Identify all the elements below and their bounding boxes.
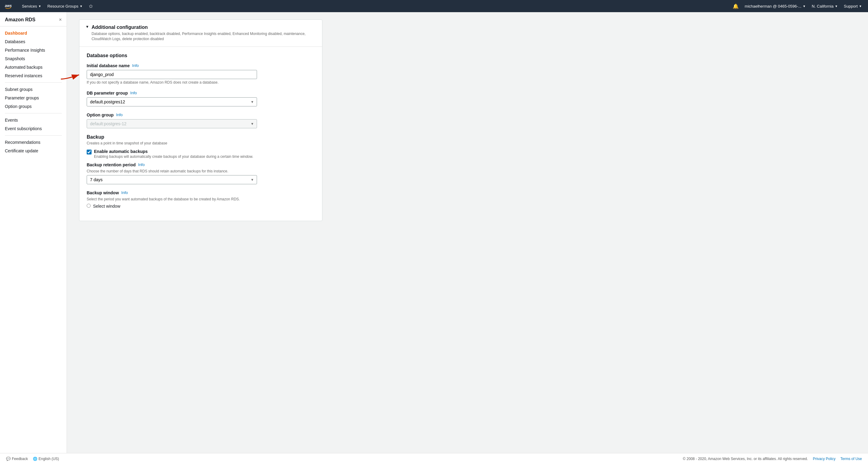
db-options-title: Database options — [87, 53, 315, 58]
region-label: N. California — [812, 4, 834, 8]
resource-groups-label: Resource Groups — [48, 4, 79, 8]
backup-retention-group: Backup retention period Info Choose the … — [87, 162, 315, 184]
main-content: ▼ Additional configuration Database opti… — [67, 12, 868, 453]
sidebar-item-certificate-update[interactable]: Certificate update — [0, 147, 67, 155]
db-parameter-group-label: DB parameter group Info — [87, 91, 315, 95]
select-window-group: Select window — [87, 204, 315, 209]
backup-retention-select[interactable]: 7 days — [87, 175, 257, 184]
initial-db-name-input[interactable] — [87, 70, 257, 79]
backup-title: Backup — [87, 134, 315, 140]
backup-retention-hint: Choose the number of days that RDS shoul… — [87, 169, 315, 173]
initial-db-name-hint: If you do not specify a database name, A… — [87, 80, 315, 85]
backup-window-label: Backup window Info — [87, 190, 315, 195]
backup-window-group: Backup window Info Select the period you… — [87, 190, 315, 209]
backup-retention-label: Backup retention period Info — [87, 162, 315, 167]
sidebar-close-button[interactable]: × — [59, 17, 62, 23]
db-parameter-group-wrapper: default.postgres12 ▼ — [87, 97, 257, 106]
option-group-group: Option group Info default:postgres-12 ▼ — [87, 113, 315, 128]
backup-window-info-link[interactable]: Info — [121, 190, 128, 195]
sidebar: Amazon RDS × Dashboard Databases Perform… — [0, 12, 67, 453]
additional-config-subtitle: Database options, backup enabled, backtr… — [92, 31, 316, 42]
aws-logo[interactable]: aws — [4, 2, 16, 10]
account-label: michaelherman @ 0465-0596-... — [745, 4, 802, 8]
initial-db-name-label: Initial database name Info — [87, 63, 315, 68]
sidebar-divider-2 — [5, 113, 62, 114]
db-parameter-group-info-link[interactable]: Info — [130, 91, 137, 95]
additional-config-card: ▼ Additional configuration Database opti… — [79, 20, 322, 221]
sidebar-item-subnet-groups[interactable]: Subnet groups — [0, 85, 67, 94]
enable-auto-backups-checkbox[interactable] — [87, 150, 92, 154]
additional-config-header: ▼ Additional configuration Database opti… — [80, 20, 322, 47]
section-body: Database options — [80, 47, 322, 221]
svg-text:aws: aws — [5, 4, 12, 8]
top-navigation: aws Services ▼ Resource Groups ▼ ✩ 🔔 mic… — [0, 0, 868, 12]
sidebar-item-option-groups[interactable]: Option groups — [0, 102, 67, 111]
sidebar-item-reserved-instances[interactable]: Reserved instances — [0, 71, 67, 80]
backup-window-hint: Select the period you want automated bac… — [87, 197, 315, 201]
sidebar-item-recommendations[interactable]: Recommendations — [0, 138, 67, 147]
option-group-info-link[interactable]: Info — [116, 113, 123, 117]
backup-description: Creates a point in time snapshot of your… — [87, 141, 315, 145]
sidebar-item-dashboard[interactable]: Dashboard — [0, 29, 67, 37]
sidebar-item-automated-backups[interactable]: Automated backups — [0, 63, 67, 71]
backup-section: Backup Creates a point in time snapshot … — [87, 134, 315, 209]
sidebar-item-snapshots[interactable]: Snapshots — [0, 55, 67, 63]
region-chevron-icon: ▼ — [835, 5, 838, 8]
db-parameter-group: DB parameter group Info default.postgres… — [87, 91, 315, 106]
sidebar-title: Amazon RDS — [5, 17, 35, 23]
services-menu-button[interactable]: Services ▼ — [20, 3, 44, 10]
sidebar-item-parameter-groups[interactable]: Parameter groups — [0, 94, 67, 102]
account-chevron-icon: ▼ — [803, 5, 806, 8]
account-menu-button[interactable]: michaelherman @ 0465-0596-... ▼ — [742, 3, 808, 10]
backup-retention-info-link[interactable]: Info — [138, 162, 145, 167]
sidebar-item-performance-insights[interactable]: Performance Insights — [0, 46, 67, 55]
initial-db-name-group: Initial database name Info If you do not… — [87, 63, 315, 85]
services-label: Services — [22, 4, 37, 8]
enable-auto-backups-desc: Enabling backups will automatically crea… — [94, 154, 253, 159]
support-menu-button[interactable]: Support ▼ — [841, 3, 864, 10]
support-chevron-icon: ▼ — [859, 5, 862, 8]
region-menu-button[interactable]: N. California ▼ — [809, 3, 840, 10]
collapse-icon[interactable]: ▼ — [86, 25, 89, 29]
sidebar-item-event-subscriptions[interactable]: Event subscriptions — [0, 124, 67, 133]
option-group-label: Option group Info — [87, 113, 315, 117]
resource-groups-chevron-icon: ▼ — [80, 5, 83, 8]
notifications-button[interactable]: 🔔 — [730, 2, 741, 10]
arrow-indicator — [59, 72, 84, 82]
bookmark-button[interactable]: ✩ — [86, 2, 95, 10]
enable-auto-backups-group: Enable automatic backups Enabling backup… — [87, 149, 315, 159]
select-window-label: Select window — [93, 204, 120, 209]
sidebar-item-databases[interactable]: Databases — [0, 37, 67, 46]
db-parameter-group-select[interactable]: default.postgres12 — [87, 97, 257, 106]
select-window-radio[interactable] — [87, 204, 91, 208]
option-group-select[interactable]: default:postgres-12 — [87, 119, 257, 128]
backup-retention-wrapper: 7 days ▼ — [87, 175, 257, 184]
sidebar-item-events[interactable]: Events — [0, 116, 67, 124]
additional-config-title: Additional configuration — [92, 25, 148, 30]
sidebar-header: Amazon RDS × — [0, 17, 67, 27]
enable-auto-backups-label: Enable automatic backups — [94, 149, 253, 154]
support-label: Support — [844, 4, 858, 8]
option-group-wrapper: default:postgres-12 ▼ — [87, 119, 257, 128]
initial-db-name-info-link[interactable]: Info — [132, 63, 139, 68]
resource-groups-menu-button[interactable]: Resource Groups ▼ — [45, 3, 85, 10]
services-chevron-icon: ▼ — [38, 5, 41, 8]
